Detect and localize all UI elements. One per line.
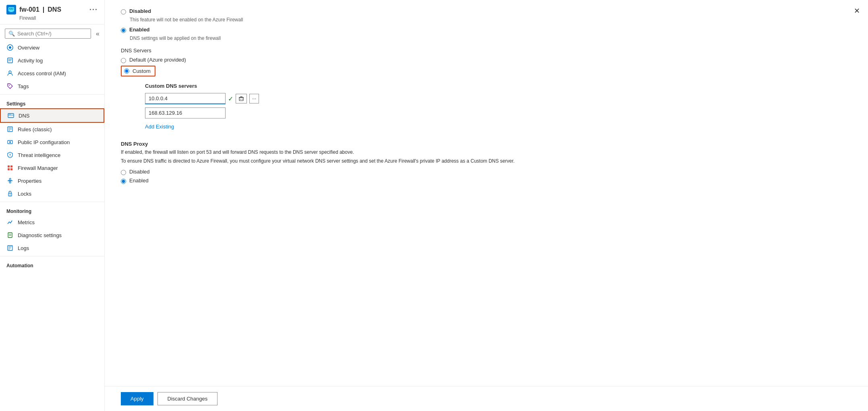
svg-rect-6: [9, 12, 13, 12]
check-icon-1: ✓: [228, 95, 233, 103]
nav-item-tags[interactable]: Tags: [0, 80, 104, 93]
nav-item-dns[interactable]: DNS: [0, 108, 104, 123]
nav-item-logs[interactable]: Logs: [0, 242, 104, 254]
automation-section-label: Automation: [0, 258, 104, 270]
svg-rect-27: [10, 165, 12, 167]
svg-point-13: [9, 85, 10, 86]
nav-label-logs: Logs: [18, 245, 29, 251]
overview-icon: [6, 44, 14, 51]
nav-label-overview: Overview: [18, 45, 39, 51]
sidebar-header: fw-001 | DNS ··· Firewall: [0, 0, 104, 25]
resource-name: fw-001: [19, 6, 39, 13]
more-options-dns-1-button[interactable]: ···: [249, 94, 259, 103]
custom-radio-highlighted: Custom: [121, 66, 155, 76]
nav-label-activity-log: Activity log: [18, 58, 43, 64]
enabled-radio-row: Enabled: [121, 27, 852, 33]
separator: |: [43, 6, 44, 13]
svg-rect-42: [239, 97, 243, 101]
threat-icon: [6, 151, 14, 159]
search-icon: 🔍: [8, 31, 15, 37]
resource-subtitle: Firewall: [6, 15, 98, 21]
monitoring-section-label: Monitoring: [0, 204, 104, 216]
svg-point-31: [9, 178, 11, 180]
diagnostic-icon: [6, 231, 14, 239]
dns-enable-group: Disabled This feature will not be enable…: [121, 8, 852, 41]
nav-item-rules[interactable]: Rules (classic): [0, 123, 104, 136]
dns-input-1[interactable]: [145, 93, 226, 104]
nav-label-firewall-manager: Firewall Manager: [18, 165, 58, 171]
fw-manager-icon: [6, 164, 14, 171]
dns-enabled-radio[interactable]: [121, 28, 126, 33]
nav-item-firewall-manager[interactable]: Firewall Manager: [0, 161, 104, 174]
svg-rect-28: [8, 168, 10, 170]
dns-proxy-desc-2: To ensure DNS traffic is directed to Azu…: [121, 157, 852, 165]
discard-button[interactable]: Discard Changes: [157, 392, 218, 405]
proxy-disabled-label[interactable]: Disabled: [129, 169, 150, 175]
proxy-disabled-row: Disabled: [121, 169, 852, 175]
nav-item-properties[interactable]: Properties: [0, 174, 104, 187]
dns-proxy-desc-1: If enabled, the firewall will listen on …: [121, 149, 852, 156]
nav-label-locks: Locks: [18, 191, 31, 197]
close-button[interactable]: ✕: [854, 6, 860, 15]
nav-item-overview[interactable]: Overview: [0, 41, 104, 54]
dns-proxy-title: DNS Proxy: [121, 141, 852, 147]
nav-item-diagnostic-settings[interactable]: Diagnostic settings: [0, 229, 104, 242]
svg-point-25: [10, 156, 10, 157]
apply-button[interactable]: Apply: [121, 392, 153, 405]
svg-point-32: [9, 182, 11, 183]
nav-label-diagnostic: Diagnostic settings: [18, 232, 62, 238]
locks-icon: [6, 190, 14, 197]
svg-rect-29: [10, 168, 12, 170]
svg-rect-35: [8, 233, 12, 238]
svg-rect-30: [8, 180, 12, 181]
svg-rect-4: [9, 9, 13, 10]
more-options-icon[interactable]: ···: [89, 6, 98, 14]
nav-item-locks[interactable]: Locks: [0, 187, 104, 200]
nav-label-properties: Properties: [18, 178, 41, 184]
dns-default-label[interactable]: Default (Azure provided): [129, 57, 186, 63]
dns-disabled-label[interactable]: Disabled: [129, 8, 151, 14]
nav-label-public-ip: Public IP configuration: [18, 139, 70, 145]
activity-icon: [6, 57, 14, 64]
disabled-radio-row: Disabled: [121, 8, 852, 14]
page-title: DNS: [48, 6, 61, 13]
dns-servers-label: DNS Servers: [121, 48, 852, 54]
svg-point-12: [9, 71, 11, 73]
iam-icon: [6, 70, 14, 77]
nav-item-iam[interactable]: Access control (IAM): [0, 67, 104, 80]
dns-proxy-section: DNS Proxy If enabled, the firewall will …: [121, 141, 852, 184]
dns-default-radio[interactable]: [121, 58, 126, 63]
properties-icon: [6, 177, 14, 184]
svg-point-23: [9, 141, 11, 143]
dns-enabled-label[interactable]: Enabled: [129, 27, 150, 33]
add-existing-link[interactable]: Add Existing: [145, 124, 174, 130]
sidebar: fw-001 | DNS ··· Firewall 🔍 « Overview A…: [0, 0, 105, 411]
svg-point-8: [9, 46, 11, 49]
proxy-enabled-radio[interactable]: [121, 179, 126, 184]
search-input[interactable]: [17, 31, 87, 37]
svg-rect-9: [8, 58, 12, 63]
proxy-enabled-label[interactable]: Enabled: [129, 178, 149, 184]
nav-item-metrics[interactable]: Metrics: [0, 216, 104, 229]
collapse-sidebar-icon[interactable]: «: [93, 30, 103, 37]
rules-icon: [6, 126, 14, 133]
delete-dns-1-button[interactable]: [236, 94, 247, 103]
nav-label-tags: Tags: [18, 83, 29, 89]
svg-point-34: [10, 194, 10, 195]
dns-entry-row-1: ✓ ···: [145, 93, 852, 104]
nav-item-threat-intelligence[interactable]: Threat intelligence: [0, 149, 104, 161]
svg-rect-44: [240, 97, 242, 97]
dns-disabled-radio[interactable]: [121, 9, 126, 14]
dns-custom-label[interactable]: Custom: [133, 68, 151, 74]
nav-item-activity-log[interactable]: Activity log: [0, 54, 104, 67]
dns-custom-radio[interactable]: [124, 68, 129, 74]
nav-item-public-ip[interactable]: Public IP configuration: [0, 136, 104, 149]
custom-dns-section: Custom DNS servers ✓ ··· Add Existing: [145, 83, 852, 130]
settings-section-label: Settings: [0, 96, 104, 108]
svg-rect-1: [9, 8, 10, 9]
proxy-disabled-radio[interactable]: [121, 170, 126, 175]
dns-input-2[interactable]: [145, 107, 226, 119]
svg-rect-3: [12, 8, 13, 9]
default-radio-row: Default (Azure provided): [121, 57, 852, 63]
search-box[interactable]: 🔍: [5, 29, 91, 39]
